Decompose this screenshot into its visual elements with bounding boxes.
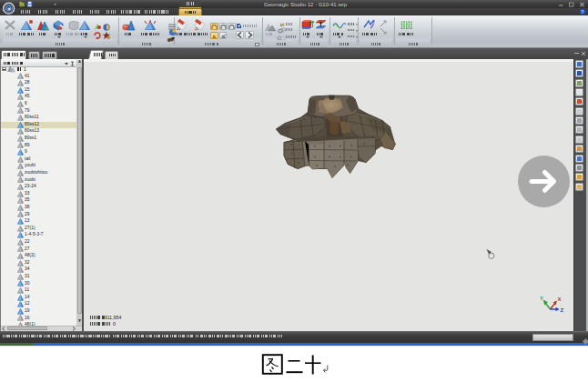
svg-text:?: ?	[581, 10, 583, 15]
svg-text:Z: Z	[561, 307, 564, 313]
svg-text:X: X	[558, 297, 562, 302]
svg-text:Y: Y	[540, 296, 543, 301]
